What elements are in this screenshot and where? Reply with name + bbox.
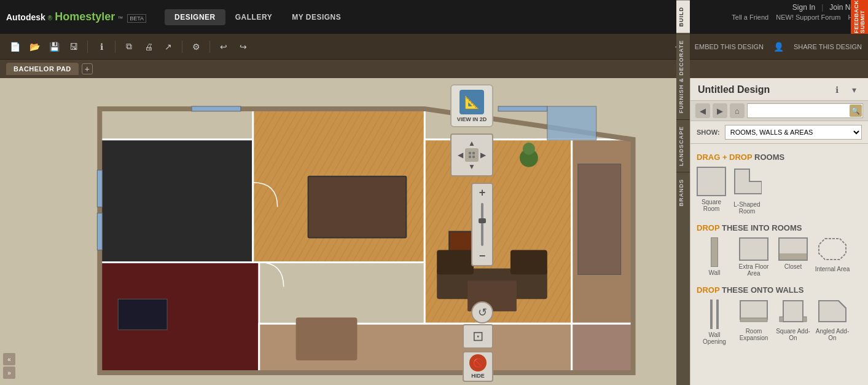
nav-lr-row: ◀ ▶ <box>458 148 486 162</box>
svg-point-27 <box>523 143 535 155</box>
svg-marker-13 <box>572 323 633 373</box>
svg-rect-43 <box>803 317 807 322</box>
room-expansion-item[interactable]: RoomExpansion <box>736 300 772 345</box>
drop-walls-normal: THESE ONTO WALLS <box>722 285 803 295</box>
panel-nav: ◀ ▶ ⌂ 🔍 <box>690 101 868 121</box>
extra-floor-area-label: Extra FloorArea <box>739 263 769 277</box>
nav-left-button[interactable]: ◀ <box>458 151 463 159</box>
open-icon[interactable]: 📂 <box>26 38 43 55</box>
nav-back-button[interactable]: ◀ <box>695 103 710 118</box>
zoom-in-button[interactable]: + <box>472 185 492 200</box>
logo-tm: ™ <box>117 15 123 22</box>
svg-rect-41 <box>783 301 803 322</box>
svg-rect-40 <box>740 318 767 322</box>
search-button[interactable]: 🔍 <box>850 105 862 117</box>
view-in-2d-button[interactable]: 📐 VIEW IN 2D <box>450 84 493 127</box>
export-icon[interactable]: ↗ <box>160 38 177 55</box>
embed-design-link[interactable]: EMBED THIS DESIGN <box>695 43 764 50</box>
tell-a-friend-link[interactable]: Tell a Friend <box>732 14 768 21</box>
wall-item[interactable]: Wall <box>697 237 732 277</box>
nav-designer[interactable]: DESIGNER <box>165 9 225 25</box>
drop-walls-grid: WallOpening RoomExpansion <box>697 300 862 345</box>
square-addon-shape <box>778 300 808 325</box>
svg-rect-36 <box>472 156 475 158</box>
support-forum-link[interactable]: NEW! Support Forum <box>776 14 840 21</box>
closet-item[interactable]: Closet <box>775 237 811 277</box>
toolbar: 📄 📂 💾 🖫 ℹ ⧉ 🖨 ↗ ⚙ ↩ ↪ </> EMBED THIS DES… <box>0 34 868 60</box>
drop-rooms-highlight: DROP <box>697 223 719 232</box>
hide-button[interactable]: 🚫 HIDE <box>463 351 493 382</box>
angled-addon-label: Angled Add-On <box>816 328 850 341</box>
new-file-icon[interactable]: 📄 <box>6 38 23 55</box>
svg-marker-37 <box>735 169 762 194</box>
square-addon-item[interactable]: Square Add-On <box>775 300 811 345</box>
top-links-area: Tell a Friend NEW! Support Forum Help <box>732 14 862 21</box>
save-icon[interactable]: 💾 <box>45 38 63 55</box>
snap-button[interactable]: ⊡ <box>463 324 493 349</box>
zoom-slider-track[interactable] <box>481 203 483 246</box>
panel-info-button[interactable]: ℹ <box>830 83 843 97</box>
nav-my-designs[interactable]: MY DESIGNS <box>282 9 351 25</box>
panel-content: DRAG + DROP ROOMS SquareRoom L-Shap <box>690 144 868 385</box>
panel-collapse-button[interactable]: ▾ <box>847 83 861 97</box>
bachelor-pad-tab[interactable]: BACHELOR PAD <box>6 63 79 75</box>
share-design-link[interactable]: SHARE THIS DESIGN <box>794 43 862 50</box>
panel-title: Untitled Design <box>698 84 770 95</box>
collapse-up-button[interactable]: « <box>3 353 15 365</box>
nav-gallery[interactable]: GALLERY <box>225 9 282 25</box>
vtab-landscape[interactable]: LANDSCAPE <box>676 119 690 172</box>
angled-addon-item[interactable]: Angled Add-On <box>815 300 850 345</box>
nav-down-button[interactable]: ▼ <box>468 162 475 171</box>
extra-floor-area-shape <box>739 237 768 261</box>
toolbar-separator-4 <box>209 41 210 53</box>
feedback-button[interactable]: SUBMIT FEEDBACK <box>851 0 868 34</box>
reset-view-button[interactable]: ↺ <box>471 301 493 323</box>
svg-rect-33 <box>469 152 471 154</box>
toolbar-separator-2 <box>115 41 115 53</box>
copy-icon[interactable]: ⧉ <box>120 38 138 55</box>
navigation-controls: ▲ ◀ ▶ ▼ <box>450 133 493 177</box>
save-as-icon[interactable]: 🖫 <box>65 38 82 55</box>
svg-rect-25 <box>296 317 358 360</box>
drag-drop-rooms-title: DRAG + DROP ROOMS <box>697 153 862 162</box>
zoom-out-button[interactable]: − <box>472 248 492 264</box>
canvas-area[interactable]: 📐 VIEW IN 2D ▲ ◀ ▶ ▼ + − ↺ <box>0 78 690 385</box>
search-input[interactable] <box>747 103 863 118</box>
nav-up-button[interactable]: ▲ <box>468 139 475 148</box>
nav-home-button[interactable]: ⌂ <box>730 103 745 118</box>
room-expansion-shape <box>739 300 768 325</box>
drag-drop-normal: ROOMS <box>754 153 784 162</box>
main-nav: DESIGNER GALLERY MY DESIGNS <box>165 9 351 25</box>
floor-plan-svg <box>0 78 690 385</box>
vtab-build[interactable]: BUILD <box>676 0 690 33</box>
redo-icon[interactable]: ↪ <box>235 38 252 55</box>
vtab-furnish-decorate[interactable]: FURNISH & DECORATE <box>676 33 690 119</box>
add-tab-button[interactable]: + <box>82 63 93 74</box>
nav-center-button[interactable] <box>465 148 479 162</box>
right-panel: Untitled Design ℹ ▾ ◀ ▶ ⌂ 🔍 SHOW: ROOMS,… <box>690 78 868 385</box>
svg-rect-20 <box>192 106 241 111</box>
wall-opening-item[interactable]: WallOpening <box>697 300 732 345</box>
closet-shape <box>778 237 808 261</box>
internal-area-shape <box>818 237 847 263</box>
extra-floor-area-item[interactable]: Extra FloorArea <box>736 237 772 277</box>
nav-forward-button[interactable]: ▶ <box>713 103 727 118</box>
drop-into-rooms-title: DROP THESE INTO ROOMS <box>697 223 862 232</box>
bottom-left-arrows: « » <box>3 353 15 379</box>
undo-icon[interactable]: ↩ <box>215 38 232 55</box>
zoom-slider-thumb <box>479 218 486 223</box>
l-shaped-room-item[interactable]: L-ShapedRoom <box>732 167 762 215</box>
wall-shape <box>711 237 718 267</box>
wall-opening-shape <box>710 300 719 329</box>
settings-icon[interactable]: ⚙ <box>187 38 205 55</box>
nav-right-button[interactable]: ▶ <box>480 151 486 159</box>
print-icon[interactable]: 🖨 <box>140 38 157 55</box>
sign-in-link[interactable]: Sign In <box>792 3 815 12</box>
show-select[interactable]: ROOMS, WALLS & AREAS <box>725 125 862 140</box>
info-icon[interactable]: ℹ <box>93 38 110 55</box>
square-room-item[interactable]: SquareRoom <box>697 167 726 215</box>
room-expansion-label: RoomExpansion <box>740 328 768 341</box>
collapse-down-button[interactable]: » <box>3 367 15 379</box>
vtab-brands[interactable]: BRANDS <box>676 172 690 213</box>
internal-area-item[interactable]: Internal Area <box>815 237 850 277</box>
